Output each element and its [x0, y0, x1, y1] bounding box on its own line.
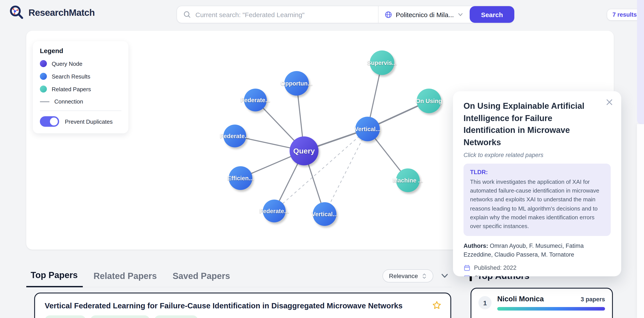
logo-magnifier-network-icon — [9, 5, 24, 21]
app-logo: ResearchMatch — [9, 5, 95, 21]
legend-item-related-papers: Related Papers — [40, 86, 121, 93]
sort-select-value: Relevance — [389, 272, 418, 279]
graph-node-federate-1[interactable]: Federate... — [240, 89, 270, 111]
legend-item-connection: Connection — [40, 98, 121, 105]
legend-item-label: Related Papers — [52, 86, 91, 92]
graph-node-efficien[interactable]: Efficien... — [227, 166, 254, 190]
tab-controls: Relevance — [382, 269, 452, 287]
related-papers-swatch — [40, 86, 47, 93]
citations-icon — [464, 274, 470, 276]
author-chip[interactable]: Memedhe Ibrahimi — [90, 315, 150, 318]
legend-panel: Legend Query Node Search Results Related… — [33, 41, 128, 133]
citations-row: Citations: 9 — [464, 274, 611, 276]
tldr-text: This work investigates the application o… — [470, 178, 604, 231]
published-row: Published: 2022 — [464, 264, 611, 271]
paper-title: Vertical Federated Learning for Failure-… — [45, 300, 422, 311]
tldr-label: TLDR: — [470, 169, 604, 176]
university-select[interactable]: Politecnico di Mila... — [379, 6, 470, 23]
graph-node-query[interactable]: Query — [290, 136, 318, 165]
right-panel-edge-lower — [637, 124, 644, 318]
graph-node-opportun[interactable]: Opportun... — [280, 71, 312, 96]
search-results-swatch — [40, 73, 47, 80]
search-icon — [183, 11, 191, 19]
graph-node-on-using[interactable]: On Using — [416, 89, 442, 113]
legend-item-label: Query Node — [52, 60, 82, 67]
tab-saved-papers[interactable]: Saved Papers — [167, 268, 235, 287]
globe-icon — [385, 11, 392, 18]
author-rank-badge: 1 — [478, 296, 492, 309]
prevent-duplicates-toggle[interactable] — [40, 116, 59, 127]
chevron-down-icon — [457, 12, 464, 18]
app-title: ResearchMatch — [28, 8, 95, 18]
legend-item-label: Connection — [54, 98, 83, 105]
search-bar: Politecnico di Mila... Search — [176, 6, 514, 23]
sort-select[interactable]: Relevance — [382, 269, 433, 282]
graph-node-federate-2[interactable]: Federate... — [220, 124, 250, 147]
graph-node-vertical-1[interactable]: Vertical... — [355, 117, 381, 141]
university-select-value: Politecnico di Mila... — [396, 11, 454, 18]
legend-title: Legend — [40, 47, 121, 54]
citations-value: Citations: 9 — [474, 275, 504, 276]
collapse-section-button[interactable] — [440, 272, 449, 279]
tab-related-papers[interactable]: Related Papers — [88, 268, 162, 287]
graph-node-supervis[interactable]: Supervis... — [367, 50, 397, 75]
divider — [40, 110, 121, 111]
author-card-body: Nicoli Monica 3 papers — [497, 295, 605, 318]
graph-node-vertical-2[interactable]: Vertical... — [312, 202, 338, 226]
search-input[interactable] — [191, 11, 378, 18]
graph-edge-vertical-1-federate-3-dashed — [274, 129, 368, 211]
author-name: Nicoli Monica — [497, 295, 544, 303]
prevent-duplicates-row: Prevent Duplicates — [40, 116, 121, 127]
legend-item-search-results: Search Results — [40, 73, 121, 80]
query-node-swatch — [40, 60, 47, 67]
toggle-label: Prevent Duplicates — [65, 118, 112, 125]
star-save-icon[interactable] — [432, 300, 442, 310]
close-icon[interactable] — [606, 98, 613, 106]
paper-detail-card[interactable]: On Using Explainable Artificial Intellig… — [453, 91, 621, 276]
papers-tabbar: Top Papers Related Papers Saved Papers R… — [26, 268, 452, 287]
detail-authors: Authors: Omran Ayoub, F. Musumeci, Fatim… — [464, 242, 611, 259]
authors-label: Authors: — [464, 243, 488, 249]
graph-node-federate-3[interactable]: Federate... — [259, 200, 289, 222]
detail-title: On Using Explainable Artificial Intellig… — [464, 100, 603, 148]
calendar-icon — [464, 264, 470, 271]
author-chip[interactable]: Fatih Temiz — [45, 315, 86, 318]
published-value: Published: 2022 — [474, 264, 516, 271]
search-button[interactable]: Search — [470, 6, 514, 23]
paper-result-card[interactable]: Vertical Federated Learning for Failure-… — [34, 292, 451, 318]
author-chips-row: Fatih Temiz Memedhe Ibrahimi F. Musumeci… — [45, 315, 441, 318]
toggle-knob — [50, 117, 58, 125]
graph-node-machine[interactable]: Machine ... — [393, 169, 423, 192]
author-papers-bar — [497, 307, 605, 310]
author-chip[interactable]: F. Musumeci — [154, 315, 198, 318]
top-author-card[interactable]: 1 Nicoli Monica 3 papers — [470, 288, 613, 318]
detail-subtitle: Click to explore related papers — [464, 152, 611, 158]
legend-item-label: Search Results — [52, 73, 90, 80]
connection-line-swatch — [40, 101, 50, 102]
chevron-down-icon — [440, 272, 449, 279]
app: ResearchMatch Politecnico di Mila... Sea… — [0, 0, 644, 318]
legend-item-query-node: Query Node — [40, 60, 121, 67]
tab-top-papers[interactable]: Top Papers — [26, 268, 83, 287]
tldr-box: TLDR: This work investigates the applica… — [464, 164, 611, 236]
sort-chevrons-icon — [422, 273, 427, 279]
right-panel-edge — [637, 0, 644, 124]
author-paper-count: 3 papers — [581, 296, 605, 303]
